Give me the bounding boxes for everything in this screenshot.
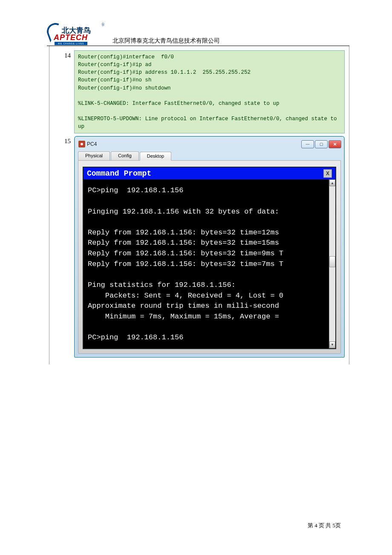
logo-en-text: APTECH [54, 33, 88, 42]
maximize-button[interactable] [315, 140, 328, 148]
window-title-bar[interactable]: PC4 [76, 138, 343, 150]
router-console-output: Router(config)#interface f0/0 Router(con… [74, 50, 345, 133]
scrollbar[interactable]: ▲ ▼ [329, 179, 335, 348]
pc-icon [78, 141, 85, 147]
desktop-tab-content: Command Prompt X PC>ping 192.168.1.156 P… [78, 160, 341, 354]
pc4-window: PC4 Physical Config Desktop [74, 136, 345, 358]
command-prompt-title: Command Prompt [87, 169, 151, 178]
scroll-up-icon[interactable]: ▲ [329, 179, 335, 186]
tab-config[interactable]: Config [111, 151, 139, 160]
tab-bar: Physical Config Desktop [76, 150, 343, 160]
command-prompt-output[interactable]: PC>ping 192.168.1.156 Pinging 192.168.1.… [84, 179, 329, 348]
tab-physical[interactable]: Physical [78, 151, 110, 160]
company-name: 北京阿博泰克北大青鸟信息技术有限公司 [112, 37, 220, 45]
page-footer: 第 4 页 共 5页 [308, 522, 341, 529]
tab-desktop[interactable]: Desktop [140, 152, 171, 161]
close-button[interactable] [329, 140, 341, 148]
scroll-thumb[interactable] [329, 256, 335, 267]
step-number-14: 14 [49, 50, 74, 59]
command-prompt-close-button[interactable]: X [323, 169, 332, 178]
scroll-track[interactable] [329, 186, 335, 341]
command-prompt-title-bar: Command Prompt X [84, 168, 335, 179]
step-number-15: 15 [49, 136, 74, 145]
window-title: PC4 [87, 141, 97, 147]
command-prompt-window: Command Prompt X PC>ping 192.168.1.156 P… [83, 167, 336, 349]
content-frame: 14 Router(config)#interface f0/0 Router(… [49, 46, 349, 364]
logo: 北大青鸟 APTECH ® WE CHANGE LIVES [47, 21, 102, 45]
minimize-button[interactable] [301, 140, 314, 148]
logo-tagline: WE CHANGE LIVES [55, 42, 87, 45]
registered-mark-icon: ® [101, 22, 105, 27]
scroll-down-icon[interactable]: ▼ [329, 341, 335, 348]
